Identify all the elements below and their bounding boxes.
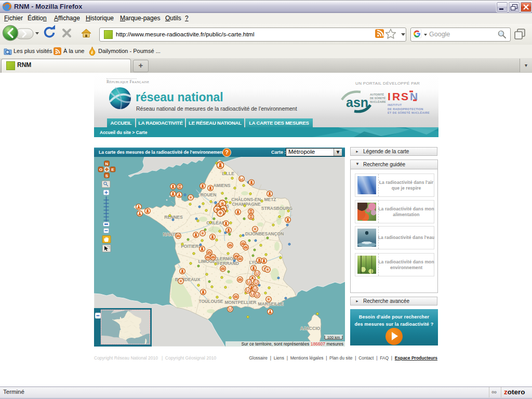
- svg-text:asn: asn: [346, 95, 368, 110]
- svg-text:DIJON: DIJON: [245, 231, 259, 236]
- svg-text:MONTPELLIER: MONTPELLIER: [225, 300, 257, 305]
- svg-text:U: U: [256, 292, 259, 298]
- svg-text:100 km: 100 km: [327, 335, 340, 340]
- svg-text:R: R: [392, 90, 400, 102]
- svg-text:E: E: [111, 167, 114, 172]
- svg-text:ROUEN: ROUEN: [201, 192, 217, 197]
- svg-text:U: U: [256, 271, 259, 276]
- svg-text:O: O: [99, 167, 102, 172]
- svg-text:U: U: [251, 291, 255, 297]
- svg-text:CHAMPAGNE: CHAMPAGNE: [232, 202, 260, 207]
- svg-text:S: S: [401, 90, 408, 102]
- svg-text:U: U: [229, 307, 232, 312]
- svg-text:INSTITUT: INSTITUT: [388, 103, 402, 107]
- svg-text:DE SÛRETÉ: DE SÛRETÉ: [370, 96, 386, 100]
- svg-text:DE RADIOPROTECTION: DE RADIOPROTECTION: [388, 108, 423, 111]
- svg-text:S: S: [105, 174, 109, 178]
- svg-text:MARSEILLE: MARSEILLE: [258, 301, 283, 307]
- svg-text:U: U: [247, 280, 251, 285]
- svg-text:U: U: [246, 288, 250, 293]
- svg-text:POITIERS: POITIERS: [181, 244, 202, 249]
- svg-text:AMIENS: AMIENS: [213, 183, 230, 188]
- svg-text:N: N: [105, 162, 109, 166]
- svg-text:BESANÇON: BESANÇON: [259, 231, 284, 236]
- svg-text:NUCLÉAIRE: NUCLÉAIRE: [370, 100, 386, 103]
- svg-text:AUTORITÉ: AUTORITÉ: [370, 92, 384, 96]
- svg-text:AJACCIO: AJACCIO: [300, 326, 321, 331]
- svg-text:U: U: [255, 280, 258, 285]
- svg-text:TOULOUSE: TOULOUSE: [198, 299, 223, 304]
- svg-text:METZ: METZ: [264, 197, 276, 202]
- svg-text:I: I: [388, 90, 391, 102]
- svg-text:FERRAND: FERRAND: [217, 261, 239, 266]
- svg-text:Sur ce territoire, sont représ: Sur ce territoire, sont représentées 186…: [241, 341, 343, 347]
- svg-text:ET DE SÛRETÉ NUCLÉAIRE: ET DE SÛRETÉ NUCLÉAIRE: [388, 111, 430, 114]
- svg-text:U: U: [254, 286, 257, 291]
